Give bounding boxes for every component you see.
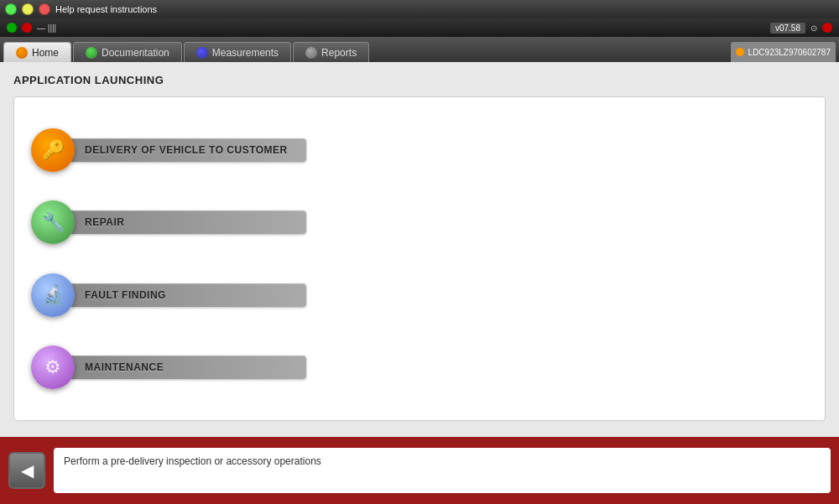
- tab-rep-label: Reports: [321, 47, 357, 59]
- top-bar-id: ⊙: [810, 23, 817, 33]
- main-content: APPLICATION LAUNCHING 🔑 DELIVERY OF VEHI…: [0, 62, 839, 437]
- tab-home[interactable]: Home: [3, 42, 71, 62]
- app-item-maintenance[interactable]: ⚙ MAINTENANCE: [31, 346, 306, 389]
- delivery-label: DELIVERY OF VEHICLE TO CUSTOMER: [85, 144, 288, 156]
- delivery-icon-symbol: 🔑: [42, 139, 65, 161]
- status-box: Perform a pre-delivery inspection or acc…: [54, 448, 831, 493]
- app-item-fault[interactable]: 🔬 FAULT FINDING: [31, 273, 306, 317]
- top-bar: — |||| v07.58 ⊙: [0, 18, 839, 37]
- bottom-area: ◀ Perform a pre-delivery inspection or a…: [0, 437, 839, 504]
- home-tab-icon: [16, 47, 28, 59]
- back-arrow-icon: ◀: [21, 460, 34, 481]
- delivery-label-bar: DELIVERY OF VEHICLE TO CUSTOMER: [71, 138, 306, 162]
- doc-tab-icon: [86, 47, 97, 59]
- app-panel: 🔑 DELIVERY OF VEHICLE TO CUSTOMER 🔧 REPA…: [13, 96, 826, 421]
- tab-doc-label: Documentation: [102, 47, 169, 59]
- tab-reports[interactable]: Reports: [293, 42, 369, 62]
- nav-dot: [736, 48, 744, 56]
- back-button[interactable]: ◀: [8, 452, 45, 489]
- fault-label: FAULT FINDING: [85, 289, 166, 301]
- status-text: Perform a pre-delivery inspection or acc…: [64, 455, 321, 469]
- meas-tab-icon: [196, 47, 208, 59]
- app-item-repair[interactable]: 🔧 REPAIR: [31, 200, 306, 244]
- tab-measurements[interactable]: Measurements: [184, 42, 291, 62]
- title-bar: Help request instructions: [0, 0, 839, 18]
- tab-home-label: Home: [32, 47, 59, 59]
- nav-id-text: LDC923LZ970602787: [748, 48, 831, 57]
- close-btn[interactable]: [5, 3, 17, 15]
- delivery-icon: 🔑: [31, 128, 75, 172]
- status-dot-green: [7, 23, 17, 33]
- fault-label-bar: FAULT FINDING: [71, 283, 306, 307]
- page-title: APPLICATION LAUNCHING: [13, 74, 826, 86]
- title-bar-text: Help request instructions: [55, 4, 834, 14]
- top-bar-extra: — ||||: [37, 23, 56, 33]
- maximize-btn[interactable]: [39, 3, 50, 15]
- tab-documentation[interactable]: Documentation: [73, 42, 182, 62]
- maintenance-label: MAINTENANCE: [85, 361, 164, 373]
- tab-meas-label: Measurements: [212, 47, 279, 59]
- minimize-btn[interactable]: [22, 3, 34, 15]
- nav-bar: Home Documentation Measurements Reports …: [0, 37, 839, 62]
- repair-label-bar: REPAIR: [71, 210, 306, 234]
- maintenance-icon-symbol: ⚙: [44, 356, 61, 378]
- top-bar-left: — ||||: [7, 23, 56, 33]
- maintenance-icon: ⚙: [31, 346, 75, 389]
- close-icon[interactable]: [822, 23, 832, 33]
- maintenance-label-bar: MAINTENANCE: [71, 356, 306, 379]
- repair-icon-symbol: 🔧: [42, 211, 65, 233]
- status-dot-red: [22, 23, 32, 33]
- repair-label: REPAIR: [85, 216, 124, 228]
- app-item-delivery[interactable]: 🔑 DELIVERY OF VEHICLE TO CUSTOMER: [31, 128, 306, 172]
- repair-icon: 🔧: [31, 200, 75, 244]
- fault-icon: 🔬: [31, 273, 75, 317]
- rep-tab-icon: [305, 47, 317, 59]
- top-bar-right: v07.58 ⊙: [770, 23, 832, 34]
- fault-icon-symbol: 🔬: [42, 284, 65, 306]
- nav-right-id: LDC923LZ970602787: [731, 42, 836, 62]
- version-badge: v07.58: [770, 23, 805, 34]
